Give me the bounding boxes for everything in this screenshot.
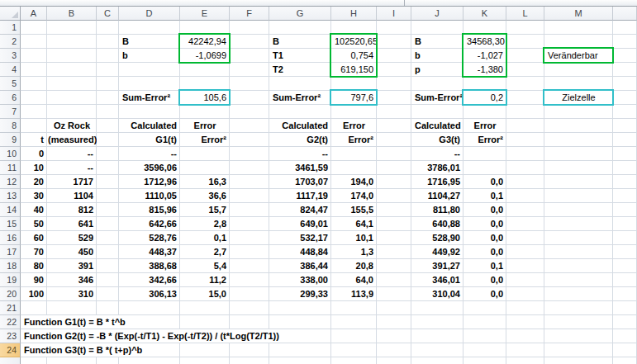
- cell-K2[interactable]: 34568,30: [463, 35, 506, 49]
- cell-J3[interactable]: b: [411, 49, 463, 63]
- cell-J11[interactable]: 3786,01: [411, 161, 463, 175]
- row-header-19[interactable]: 19: [0, 273, 21, 287]
- cell-H18[interactable]: 20,8: [331, 259, 377, 273]
- cell-D17[interactable]: 448,37: [119, 245, 180, 259]
- cell-E3[interactable]: -1,0699: [180, 49, 230, 63]
- cell-K6[interactable]: 0,2: [463, 91, 506, 105]
- cell-A16[interactable]: 60: [21, 231, 47, 245]
- cell-G2[interactable]: B: [269, 35, 331, 49]
- cell-G8[interactable]: Calculated: [269, 119, 331, 133]
- cell-G13[interactable]: 1117,19: [269, 189, 331, 203]
- cell-A22[interactable]: Function G1(t) = B * t^b: [21, 315, 134, 329]
- cell-D9[interactable]: G1(t): [119, 133, 180, 147]
- cell-J2[interactable]: B: [411, 35, 463, 49]
- cell-E13[interactable]: 36,6: [180, 189, 230, 203]
- cell-E19[interactable]: 11,2: [180, 273, 230, 287]
- cell-K13[interactable]: 0,1: [463, 189, 506, 203]
- column-header-J[interactable]: J: [411, 7, 463, 21]
- column-header-M[interactable]: M: [544, 7, 613, 21]
- cell-D19[interactable]: 342,66: [119, 273, 180, 287]
- column-header-G[interactable]: G: [269, 7, 331, 21]
- row-header-21[interactable]: 21: [0, 301, 21, 315]
- row-header-20[interactable]: 20: [0, 287, 21, 301]
- cell-H17[interactable]: 1,3: [331, 245, 377, 259]
- cell-M3[interactable]: Veränderbar: [544, 49, 613, 63]
- cell-H6[interactable]: 797,6: [331, 91, 377, 105]
- cell-D3[interactable]: b: [119, 49, 180, 63]
- cell-K3[interactable]: -1,027: [463, 49, 506, 63]
- cell-A18[interactable]: 80: [21, 259, 47, 273]
- cell-E8[interactable]: Error: [180, 119, 230, 133]
- column-header-right-partial[interactable]: [613, 7, 637, 21]
- cell-K18[interactable]: 0,1: [463, 259, 506, 273]
- cell-K17[interactable]: 0,0: [463, 245, 506, 259]
- cell-K15[interactable]: 0,0: [463, 217, 506, 231]
- cell-M6[interactable]: Zielzelle: [544, 91, 613, 105]
- cell-B19[interactable]: 346: [47, 273, 97, 287]
- cell-H15[interactable]: 64,1: [331, 217, 377, 231]
- row-header-6[interactable]: 6: [0, 91, 21, 105]
- cell-H2[interactable]: 102520,65: [331, 35, 377, 49]
- cell-A17[interactable]: 70: [21, 245, 47, 259]
- cell-D15[interactable]: 642,66: [119, 217, 180, 231]
- row-header-8[interactable]: 8: [0, 119, 21, 133]
- cell-K16[interactable]: 0,0: [463, 231, 506, 245]
- row-header-1[interactable]: 1: [0, 21, 21, 35]
- cell-B16[interactable]: 529: [47, 231, 97, 245]
- cell-E2[interactable]: 42242,94: [180, 35, 230, 49]
- row-header-bottom-partial[interactable]: [0, 357, 21, 364]
- cell-J9[interactable]: G3(t): [411, 133, 463, 147]
- cell-J12[interactable]: 1716,95: [411, 175, 463, 189]
- cell-E17[interactable]: 2,7: [180, 245, 230, 259]
- cell-E6[interactable]: 105,6: [180, 91, 230, 105]
- cell-A15[interactable]: 50: [21, 217, 47, 231]
- cell-E12[interactable]: 16,3: [180, 175, 230, 189]
- cell-K4[interactable]: -1,380: [463, 63, 506, 77]
- row-header-17[interactable]: 17: [0, 245, 21, 259]
- column-header-H[interactable]: H: [331, 7, 377, 21]
- cell-D12[interactable]: 1712,96: [119, 175, 180, 189]
- cell-H8[interactable]: Error: [331, 119, 377, 133]
- cell-D20[interactable]: 306,13: [119, 287, 180, 301]
- cell-J10[interactable]: --: [411, 147, 463, 161]
- cell-D16[interactable]: 528,76: [119, 231, 180, 245]
- row-header-11[interactable]: 11: [0, 161, 21, 175]
- cell-D10[interactable]: --: [119, 147, 180, 161]
- row-header-18[interactable]: 18: [0, 259, 21, 273]
- cell-D8[interactable]: Calculated: [119, 119, 180, 133]
- cell-H12[interactable]: 194,0: [331, 175, 377, 189]
- row-header-12[interactable]: 12: [0, 175, 21, 189]
- row-header-15[interactable]: 15: [0, 217, 21, 231]
- cell-J14[interactable]: 811,80: [411, 203, 463, 217]
- column-header-L[interactable]: L: [506, 7, 544, 21]
- row-header-22[interactable]: 22: [0, 315, 21, 329]
- row-header-14[interactable]: 14: [0, 203, 21, 217]
- row-header-23[interactable]: 23: [0, 329, 21, 343]
- cell-J16[interactable]: 528,90: [411, 231, 463, 245]
- cell-B15[interactable]: 641: [47, 217, 97, 231]
- cell-B10[interactable]: --: [47, 147, 97, 161]
- cell-J13[interactable]: 1104,27: [411, 189, 463, 203]
- cell-G20[interactable]: 299,33: [269, 287, 331, 301]
- row-header-24[interactable]: 24: [0, 343, 21, 357]
- column-header-A[interactable]: A: [21, 7, 47, 21]
- row-header-13[interactable]: 13: [0, 189, 21, 203]
- select-all-corner[interactable]: [0, 7, 21, 21]
- cell-K9[interactable]: Error²: [463, 133, 506, 147]
- cell-G14[interactable]: 824,47: [269, 203, 331, 217]
- cell-H3[interactable]: 0,754: [331, 49, 377, 63]
- cell-H13[interactable]: 174,0: [331, 189, 377, 203]
- column-header-E[interactable]: E: [180, 7, 230, 21]
- cell-G12[interactable]: 1703,07: [269, 175, 331, 189]
- cell-A13[interactable]: 30: [21, 189, 47, 203]
- column-header-I[interactable]: I: [377, 7, 411, 21]
- cell-A10[interactable]: 0: [21, 147, 47, 161]
- cell-G18[interactable]: 386,44: [269, 259, 331, 273]
- cell-J17[interactable]: 449,92: [411, 245, 463, 259]
- cell-J8[interactable]: Calculated: [411, 119, 463, 133]
- cell-J15[interactable]: 640,88: [411, 217, 463, 231]
- cell-H20[interactable]: 113,9: [331, 287, 377, 301]
- cell-K19[interactable]: 0,0: [463, 273, 506, 287]
- cell-B18[interactable]: 391: [47, 259, 97, 273]
- cell-D6[interactable]: Sum-Error²: [119, 91, 180, 105]
